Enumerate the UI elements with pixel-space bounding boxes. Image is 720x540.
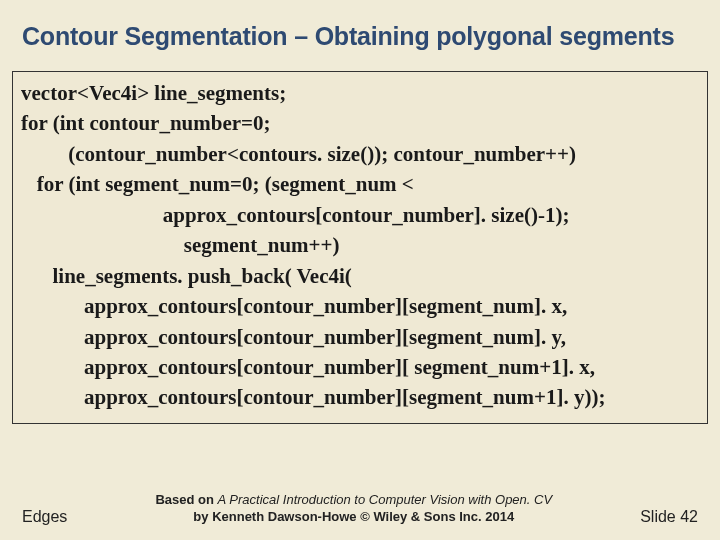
code-line: segment_num++) — [21, 230, 699, 260]
slide-number: Slide 42 — [640, 508, 698, 526]
footer-author: by Kenneth Dawson-Howe © Wiley & Sons In… — [193, 509, 514, 524]
code-line: approx_contours[contour_number][ segment… — [21, 352, 699, 382]
code-line: for (int contour_number=0; — [21, 108, 699, 138]
code-line: approx_contours[contour_number][segment_… — [21, 322, 699, 352]
slide-title: Contour Segmentation – Obtaining polygon… — [0, 0, 720, 51]
code-line: vector<Vec4i> line_segments; — [21, 78, 699, 108]
footer-section-label: Edges — [22, 508, 67, 526]
slide-footer: Edges Based on A Practical Introduction … — [0, 492, 720, 526]
footer-attribution: Based on A Practical Introduction to Com… — [77, 492, 630, 526]
code-line: for (int segment_num=0; (segment_num < — [21, 169, 699, 199]
footer-book-title: A Practical Introduction to Computer Vis… — [218, 492, 553, 507]
code-line: approx_contours[contour_number]. size()-… — [21, 200, 699, 230]
code-line: (contour_number<contours. size()); conto… — [21, 139, 699, 169]
code-container: vector<Vec4i> line_segments; for (int co… — [12, 71, 708, 424]
footer-prefix: Based on — [155, 492, 217, 507]
code-line: approx_contours[contour_number][segment_… — [21, 382, 699, 412]
code-line: line_segments. push_back( Vec4i( — [21, 261, 699, 291]
code-line: approx_contours[contour_number][segment_… — [21, 291, 699, 321]
